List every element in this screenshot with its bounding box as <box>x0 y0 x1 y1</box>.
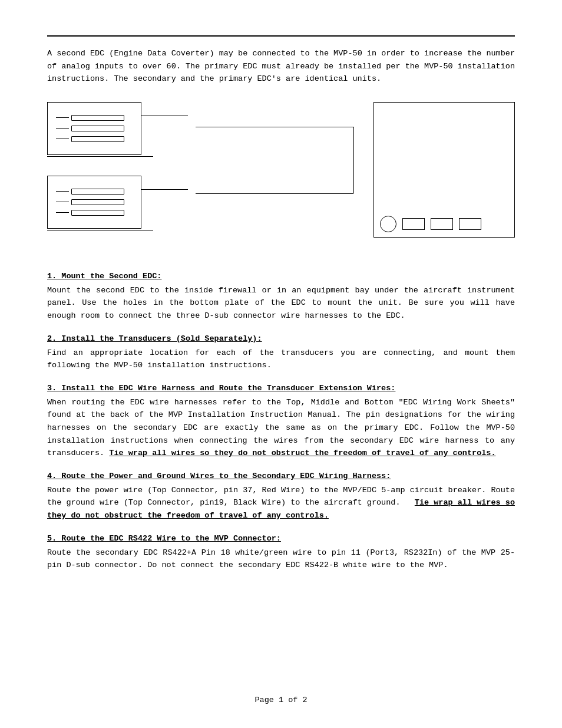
connect-line-bottom <box>196 193 353 194</box>
edc-lines-secondary <box>48 176 141 228</box>
connector-2 <box>56 128 69 129</box>
connector-1 <box>56 117 69 118</box>
page-footer: Page 1 of 2 <box>0 696 562 704</box>
line-body-1 <box>71 115 124 121</box>
edc-lines-primary <box>48 103 141 154</box>
section-4: 4. Route the Power and Ground Wires to t… <box>47 472 515 522</box>
mvp-rect-2 <box>431 218 453 230</box>
mvp-rect-1 <box>402 218 425 230</box>
edc-base-secondary <box>47 230 153 230</box>
line-body-2 <box>71 126 124 131</box>
edc-connector-out-secondary <box>141 189 188 190</box>
intro-text: A second EDC (Engine Data Coverter) may … <box>47 47 515 85</box>
edc-line-1 <box>56 115 133 121</box>
section-5-heading: 5. Route the EDC RS422 Wire to the MVP C… <box>47 534 515 543</box>
line-body-3 <box>71 136 124 142</box>
connector-3 <box>56 139 69 139</box>
connect-vert <box>353 127 354 193</box>
edc-box-primary <box>47 102 141 155</box>
mvp-circle <box>380 216 396 232</box>
connect-line-top <box>196 127 353 127</box>
section-3-body-bold: Tie wrap all wires so they do not obstru… <box>109 449 495 457</box>
section-2-body: Find an appropriate location for each of… <box>47 347 515 372</box>
section-4-body: Route the power wire (Top Connector, pin… <box>47 484 515 522</box>
diagram-left <box>47 102 247 230</box>
line-body-s2 <box>71 199 124 205</box>
edc-line-2 <box>56 126 133 131</box>
mvp-box <box>373 102 515 238</box>
mvp-bottom-row <box>380 216 508 232</box>
connector-s3 <box>56 212 69 213</box>
line-body-s3 <box>71 210 124 216</box>
section-3: 3. Install the EDC Wire Harness and Rout… <box>47 384 515 460</box>
edc-line-s2 <box>56 199 133 205</box>
page: A second EDC (Engine Data Coverter) may … <box>0 0 562 728</box>
edc-line-s3 <box>56 210 133 216</box>
section-2-heading: 2. Install the Transducers (Sold Separat… <box>47 334 515 343</box>
edc-line-3 <box>56 136 133 142</box>
edc-connector-out-primary <box>141 116 188 116</box>
connector-s2 <box>56 202 69 202</box>
diagram-area <box>47 102 515 255</box>
edc-base-primary <box>47 156 153 157</box>
section-3-body: When routing the EDC wire harnesses refe… <box>47 396 515 460</box>
connector-s1 <box>56 191 69 192</box>
edc-unit-primary <box>47 102 247 157</box>
section-2: 2. Install the Transducers (Sold Separat… <box>47 334 515 372</box>
section-5: 5. Route the EDC RS422 Wire to the MVP C… <box>47 534 515 572</box>
section-1-body: Mount the second EDC to the inside firew… <box>47 284 515 322</box>
section-1: 1. Mount the Second EDC: Mount the secon… <box>47 272 515 322</box>
edc-box-secondary <box>47 176 141 229</box>
mvp-rect-3 <box>459 218 481 230</box>
header-line <box>47 35 515 37</box>
line-body-s1 <box>71 189 124 195</box>
section-5-body: Route the secondary EDC RS422+A Pin 18 w… <box>47 546 515 572</box>
edc-unit-secondary <box>47 176 247 230</box>
section-1-heading: 1. Mount the Second EDC: <box>47 272 515 281</box>
section-3-heading: 3. Install the EDC Wire Harness and Rout… <box>47 384 515 393</box>
section-4-heading: 4. Route the Power and Ground Wires to t… <box>47 472 515 480</box>
edc-line-s1 <box>56 189 133 195</box>
